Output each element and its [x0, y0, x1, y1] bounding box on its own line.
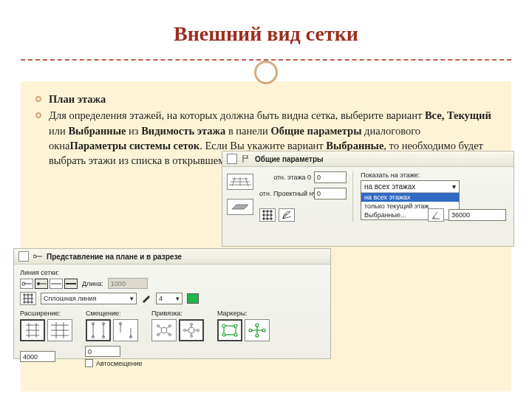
extension-option[interactable]	[20, 319, 45, 341]
circle-decoration	[254, 61, 278, 84]
marker-option[interactable]	[245, 319, 270, 341]
extension-label: Расширение:	[20, 310, 72, 317]
ref-story-label: отн. этажа 0	[259, 174, 311, 181]
axis-icon	[33, 253, 42, 260]
line-style-option[interactable]	[64, 279, 78, 289]
svg-point-88	[249, 329, 252, 332]
angle-icon[interactable]	[428, 208, 444, 222]
radial-grid-icon[interactable]	[279, 208, 295, 222]
bullet-heading: План этажа	[49, 92, 106, 106]
slide-title: Внешний вид сетки	[21, 22, 511, 46]
show-on-story-label: Показать на этаже:	[361, 171, 509, 179]
panel-title-text: Представление на плане и в разрезе	[47, 253, 182, 261]
svg-point-81	[234, 333, 237, 336]
panel-title-text: Общие параметры	[255, 155, 324, 163]
dropdown-item[interactable]: на всех этажах	[361, 193, 459, 202]
angle-input[interactable]: 36000	[449, 209, 506, 221]
length-input: 1000	[108, 278, 148, 289]
offset-label: Смещение:	[86, 310, 138, 317]
extension-option[interactable]	[47, 319, 72, 341]
grid-line-label: Линия сетки:	[20, 269, 324, 276]
offset-option[interactable]	[86, 319, 111, 341]
svg-line-67	[159, 332, 161, 334]
chevron-down-icon: ▾	[452, 183, 456, 191]
svg-line-66	[167, 327, 169, 328]
extension-value-input[interactable]: 4000	[20, 351, 55, 362]
svg-point-28	[22, 282, 25, 285]
offset-value-input[interactable]: 0	[85, 346, 120, 357]
line-type-value: Сплошная линия	[44, 295, 96, 302]
svg-line-68	[167, 332, 169, 334]
bullet-icon	[35, 112, 41, 118]
bullet-icon	[35, 96, 41, 102]
grid3d-icon[interactable]	[227, 174, 253, 190]
auto-offset-label: Автосмещение	[96, 360, 143, 367]
chevron-down-icon: ▾	[176, 295, 180, 302]
snap-option[interactable]	[179, 319, 204, 341]
dropdown-selected-value: на всех этажах	[364, 183, 415, 191]
length-label: Длина:	[82, 280, 103, 287]
line-style-option[interactable]	[50, 279, 63, 289]
svg-point-26	[33, 255, 36, 258]
markers-label: Маркеры:	[217, 310, 270, 317]
line-style-option[interactable]	[35, 279, 48, 289]
svg-point-60	[161, 327, 167, 333]
panel-title[interactable]: Общие параметры	[222, 151, 514, 167]
marker-option[interactable]	[217, 319, 242, 341]
pen-icon	[141, 294, 151, 303]
svg-line-25	[432, 212, 437, 219]
svg-point-69	[188, 327, 194, 333]
general-params-panel: Общие параметры отн. этажа 0 0	[222, 151, 514, 247]
svg-marker-6	[232, 205, 248, 209]
line-style-option[interactable]	[20, 279, 33, 289]
panel-title[interactable]: Представление на плане и в разрезе	[14, 249, 330, 265]
ref-zero-label: отн. Проектный нуль	[259, 190, 311, 197]
svg-point-86	[256, 324, 259, 327]
svg-point-79	[234, 324, 237, 327]
ref-zero-input[interactable]: 0	[314, 188, 347, 200]
svg-point-89	[262, 329, 265, 332]
pen-value: 4	[159, 295, 163, 302]
line-type-combo[interactable]: Сплошная линия ▾	[41, 293, 137, 304]
offset-option[interactable]	[113, 319, 138, 341]
svg-line-65	[159, 327, 161, 328]
auto-offset-checkbox[interactable]	[85, 359, 93, 367]
ortho-grid-icon[interactable]	[259, 208, 276, 222]
pen-color-swatch[interactable]	[187, 293, 199, 304]
chevron-down-icon: ▾	[130, 295, 134, 302]
pen-number-combo[interactable]: 4 ▾	[156, 293, 183, 304]
ref-story-input[interactable]: 0	[314, 171, 347, 183]
svg-point-78	[222, 324, 225, 327]
snap-option[interactable]	[151, 319, 177, 341]
plan-section-panel: Представление на плане и в разрезе Линия…	[13, 248, 331, 359]
svg-point-87	[256, 334, 259, 337]
snap-label: Привязка:	[151, 310, 204, 317]
svg-point-30	[37, 282, 40, 285]
grid-icon[interactable]	[20, 292, 36, 305]
svg-point-80	[222, 333, 225, 336]
plane-icon[interactable]	[227, 199, 253, 215]
flag-icon	[242, 155, 250, 163]
line-end-style	[20, 279, 78, 289]
